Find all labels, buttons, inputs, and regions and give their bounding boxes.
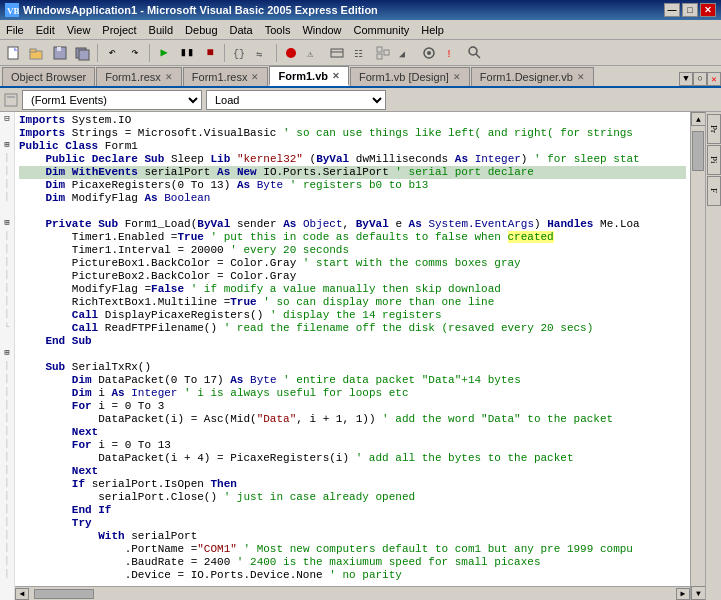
tab-pin-button[interactable]: ○ <box>693 72 707 86</box>
svg-text:⇋: ⇋ <box>256 49 262 60</box>
menu-build[interactable]: Build <box>143 20 179 39</box>
stop-button[interactable]: ■ <box>199 42 221 64</box>
tab-close-1[interactable]: ✕ <box>165 72 173 82</box>
menu-view[interactable]: View <box>61 20 97 39</box>
side-btn-f[interactable]: F <box>707 176 721 206</box>
app-icon: VB <box>5 3 19 17</box>
vscroll-thumb[interactable] <box>692 131 704 171</box>
gutter-line-30: │ <box>0 489 14 502</box>
expand-btn-1[interactable]: ⊟ <box>4 113 9 124</box>
code-line-35: .BaudRate = 2400 ' 2400 is the maxiumum … <box>19 556 686 569</box>
menu-data[interactable]: Data <box>224 20 259 39</box>
open-button[interactable] <box>26 42 48 64</box>
tab-form1-resx-1[interactable]: Form1.resx ✕ <box>96 67 182 86</box>
side-btn-pr[interactable]: Pr <box>707 114 721 144</box>
tab-down-arrow[interactable]: ▼ <box>679 72 693 86</box>
menu-edit[interactable]: Edit <box>30 20 61 39</box>
code-line-2: Imports Strings = Microsoft.VisualBasic … <box>19 127 686 140</box>
gutter-line-32: │ <box>0 515 14 528</box>
close-button[interactable]: ✕ <box>700 3 716 17</box>
gutter-line-20: │ <box>0 359 14 372</box>
menu-project[interactable]: Project <box>96 20 142 39</box>
start-button[interactable]: ▶ <box>153 42 175 64</box>
svg-text:◢: ◢ <box>399 49 405 60</box>
svg-rect-14 <box>331 49 343 57</box>
step-into-button[interactable]: {} <box>228 42 250 64</box>
main-window: VB WindowsApplication1 - Microsoft Visua… <box>0 0 721 600</box>
redo-button[interactable]: ↷ <box>124 42 146 64</box>
vscroll-up-arrow[interactable]: ▲ <box>691 112 706 126</box>
menu-debug[interactable]: Debug <box>179 20 223 39</box>
save-button[interactable] <box>49 42 71 64</box>
svg-rect-9 <box>79 50 89 60</box>
expand-btn-serialtxrx[interactable]: ⊞ <box>4 347 9 358</box>
menu-tools[interactable]: Tools <box>259 20 297 39</box>
properties-button[interactable]: ☷ <box>349 42 371 64</box>
tab-close-3[interactable]: ✕ <box>332 71 340 81</box>
tab-form1-designer-vb[interactable]: Form1.Designer.vb ✕ <box>471 67 594 86</box>
side-btn-pi[interactable]: Pi <box>707 145 721 175</box>
tab-close-all[interactable]: ✕ <box>707 72 721 86</box>
gutter-line-5: │ <box>0 164 14 177</box>
hscroll-right-arrow[interactable]: ▶ <box>676 588 690 600</box>
find-button[interactable] <box>464 42 486 64</box>
code-line-11: Timer1.Interval = 20000 ' every 20 secon… <box>19 244 686 257</box>
hscroll-thumb[interactable] <box>34 589 94 599</box>
editor-wrapper: ⊟ ⊞ │ │ │ │ ⊞ │ │ │ │ │ │ │ └ ⊞ │ │ │ │ … <box>0 112 721 600</box>
maximize-button[interactable]: □ <box>682 3 698 17</box>
classview-button[interactable]: ◢ <box>395 42 417 64</box>
code-line-6: Dim PicaxeRegisters(0 To 13) As Byte ' r… <box>19 179 686 192</box>
svg-point-22 <box>427 51 431 55</box>
code-line-12: PictureBox1.BackColor = Color.Gray ' sta… <box>19 257 686 270</box>
tab-form1-vb[interactable]: Form1.vb ✕ <box>269 66 349 86</box>
exception-button[interactable]: ⚠ <box>303 42 325 64</box>
minimize-button[interactable]: — <box>664 3 680 17</box>
gutter-line-13: │ <box>0 268 14 281</box>
tab-close-2[interactable]: ✕ <box>251 72 259 82</box>
events-dropdown[interactable]: (Form1 Events) <box>22 90 202 110</box>
code-line-20: Sub SerialTxRx() <box>19 361 686 374</box>
gutter-line-15: │ <box>0 294 14 307</box>
tab-form1-vb-design[interactable]: Form1.vb [Design] ✕ <box>350 67 470 86</box>
code-line-22: Dim i As Integer ' i is always useful fo… <box>19 387 686 400</box>
breakpoint-button[interactable] <box>280 42 302 64</box>
tab-close-5[interactable]: ✕ <box>577 72 585 82</box>
solexplorer-button[interactable] <box>372 42 394 64</box>
expand-btn-sub[interactable]: ⊞ <box>4 217 9 228</box>
undo-button[interactable]: ↶ <box>101 42 123 64</box>
errorlist-button[interactable]: ! <box>441 42 463 64</box>
gutter-line-35: │ <box>0 554 14 567</box>
method-dropdown[interactable]: Load <box>206 90 386 110</box>
hscroll-left-arrow[interactable]: ◀ <box>15 588 29 600</box>
new-project-button[interactable] <box>3 42 25 64</box>
code-line-blank-2 <box>19 348 686 361</box>
menu-help[interactable]: Help <box>415 20 450 39</box>
menu-community[interactable]: Community <box>348 20 416 39</box>
title-bar-left: VB WindowsApplication1 - Microsoft Visua… <box>5 3 378 17</box>
menu-bar: File Edit View Project Build Debug Data … <box>0 20 721 40</box>
expand-btn-class[interactable]: ⊞ <box>4 139 9 150</box>
save-all-button[interactable] <box>72 42 94 64</box>
tab-form1-resx-2[interactable]: Form1.resx ✕ <box>183 67 269 86</box>
side-panel: Pr Pi F <box>705 112 721 600</box>
vscroll-down-arrow[interactable]: ▼ <box>691 586 706 600</box>
toolbar-separator-2 <box>149 44 150 62</box>
objectbrowser-button[interactable] <box>418 42 440 64</box>
code-line-1: Imports System.IO <box>19 114 686 127</box>
svg-line-25 <box>476 54 480 58</box>
tab-close-4[interactable]: ✕ <box>453 72 461 82</box>
svg-text:☷: ☷ <box>354 49 363 60</box>
code-area[interactable]: Imports System.IO Imports Strings = Micr… <box>15 112 690 600</box>
horizontal-scrollbar[interactable]: ◀ ▶ <box>15 586 690 600</box>
toolbox-button[interactable] <box>326 42 348 64</box>
code-line-33: With serialPort <box>19 530 686 543</box>
menu-file[interactable]: File <box>0 20 30 39</box>
vscroll-track <box>691 126 705 586</box>
svg-rect-2 <box>8 47 18 59</box>
tab-object-browser[interactable]: Object Browser <box>2 67 95 86</box>
step-over-button[interactable]: ⇋ <box>251 42 273 64</box>
menu-window[interactable]: Window <box>296 20 347 39</box>
pause-button[interactable]: ▮▮ <box>176 42 198 64</box>
gutter-line-36: │ <box>0 567 14 580</box>
gutter-line-23: │ <box>0 398 14 411</box>
